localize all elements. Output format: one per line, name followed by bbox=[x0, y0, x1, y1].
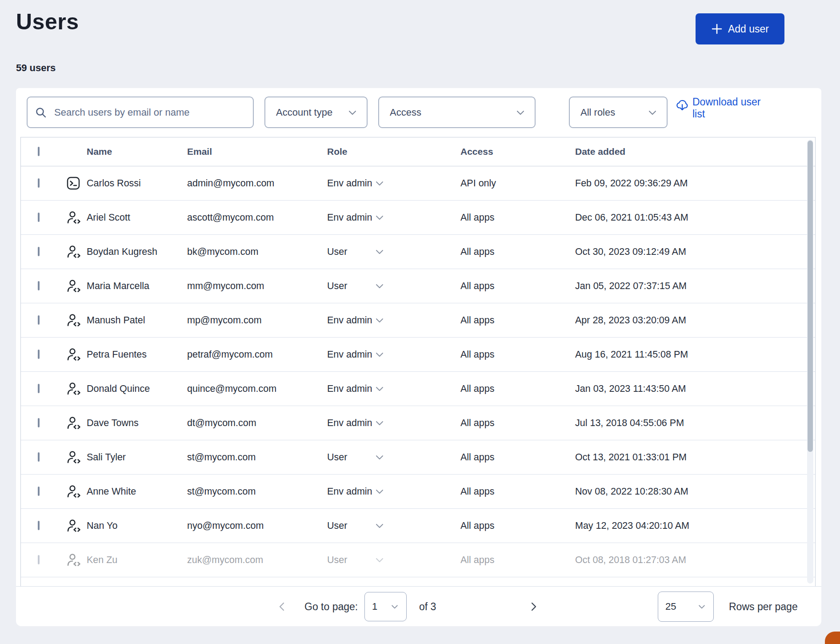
user-email: ascott@mycom.com bbox=[187, 212, 274, 223]
row-checkbox[interactable] bbox=[38, 453, 40, 461]
role-dropdown[interactable]: Env admin bbox=[327, 349, 372, 360]
chevron-down-icon[interactable] bbox=[374, 315, 385, 326]
roles-dropdown[interactable]: All roles bbox=[569, 97, 668, 128]
row-checkbox[interactable] bbox=[38, 213, 40, 221]
row-checkbox[interactable] bbox=[38, 248, 40, 256]
role-dropdown[interactable]: Env admin bbox=[327, 418, 372, 429]
rows-per-page-value: 25 bbox=[665, 601, 676, 612]
chevron-down-icon[interactable] bbox=[374, 520, 385, 531]
download-label: Download user list bbox=[692, 96, 772, 120]
chevron-down-icon[interactable] bbox=[374, 555, 385, 565]
table-row: Petra Fuentes petraf@mycom.com Env admin… bbox=[21, 338, 815, 372]
row-checkbox[interactable] bbox=[38, 316, 40, 324]
role-dropdown[interactable]: Env admin bbox=[327, 383, 372, 394]
user-date-added: Oct 30, 2023 09:12:49 AM bbox=[575, 246, 686, 258]
role-dropdown[interactable]: User bbox=[327, 555, 347, 566]
role-dropdown[interactable]: Env admin bbox=[327, 178, 372, 189]
add-user-button[interactable]: Add user bbox=[696, 13, 784, 44]
select-all-checkbox[interactable] bbox=[38, 148, 40, 156]
chevron-down-icon[interactable] bbox=[374, 418, 385, 428]
next-page-button[interactable] bbox=[527, 600, 540, 613]
row-checkbox[interactable] bbox=[38, 556, 40, 564]
role-dropdown[interactable]: Env admin bbox=[327, 486, 372, 497]
chevron-down-icon[interactable] bbox=[374, 452, 385, 463]
role-dropdown[interactable]: Env admin bbox=[327, 212, 372, 223]
user-email: zuk@mycom.com bbox=[187, 555, 263, 566]
pagination-bar: Go to page: 1 of 3 25 Rows per page bbox=[16, 586, 821, 626]
user-access: All apps bbox=[460, 349, 495, 360]
user-name: Donald Quince bbox=[87, 383, 150, 394]
access-dropdown[interactable]: Access bbox=[378, 97, 536, 128]
terminal-icon bbox=[66, 176, 80, 190]
user-name: Carlos Rossi bbox=[87, 178, 141, 189]
chevron-down-icon[interactable] bbox=[374, 383, 385, 394]
user-date-added: Oct 08, 2018 01:27:03 AM bbox=[575, 555, 686, 566]
row-checkbox[interactable] bbox=[38, 419, 40, 427]
user-name: Nan Yo bbox=[87, 520, 117, 531]
chevron-down-icon[interactable] bbox=[374, 212, 385, 223]
user-access: All apps bbox=[460, 246, 495, 258]
user-name: Anne White bbox=[87, 486, 136, 497]
row-checkbox[interactable] bbox=[38, 179, 40, 187]
user-code-icon bbox=[66, 484, 81, 499]
table-row: Maria Marcella mm@mycom.com User All app… bbox=[21, 269, 815, 303]
table-row: Carlos Rossi admin@mycom.com Env admin A… bbox=[21, 166, 815, 201]
user-access: All apps bbox=[460, 520, 495, 531]
user-date-added: Jan 05, 2022 07:37:15 AM bbox=[575, 281, 687, 292]
row-checkbox[interactable] bbox=[38, 385, 40, 393]
download-user-list-link[interactable]: Download user list bbox=[676, 96, 809, 120]
user-email: st@mycom.com bbox=[187, 486, 256, 497]
role-dropdown[interactable]: User bbox=[327, 246, 347, 258]
table-body: Carlos Rossi admin@mycom.com Env admin A… bbox=[21, 166, 815, 577]
account-type-label: Account type bbox=[276, 107, 332, 118]
users-table: Name Email Role Access Date added bbox=[20, 137, 816, 586]
user-date-added: Apr 28, 2023 03:20:09 AM bbox=[575, 315, 686, 326]
user-code-icon bbox=[66, 382, 81, 396]
previous-page-button[interactable] bbox=[276, 600, 288, 613]
column-header-email: Email bbox=[187, 146, 212, 157]
search-input[interactable] bbox=[53, 106, 246, 119]
user-email: quince@mycom.com bbox=[187, 383, 276, 394]
user-access: All apps bbox=[460, 212, 495, 223]
user-date-added: Aug 16, 2021 11:45:08 PM bbox=[575, 349, 688, 360]
chevron-down-icon[interactable] bbox=[374, 486, 385, 497]
chevron-down-icon[interactable] bbox=[374, 349, 385, 360]
chevron-down-icon bbox=[390, 602, 399, 611]
role-dropdown[interactable]: User bbox=[327, 520, 347, 531]
user-name: Boydan Kugresh bbox=[87, 246, 157, 258]
user-code-icon bbox=[66, 553, 81, 567]
role-dropdown[interactable]: Env admin bbox=[327, 315, 372, 326]
row-checkbox[interactable] bbox=[38, 487, 40, 495]
chevron-down-icon bbox=[515, 107, 526, 118]
account-type-dropdown[interactable]: Account type bbox=[264, 97, 368, 128]
table-row: Manush Patel mp@mycom.com Env admin All … bbox=[21, 303, 815, 338]
user-access: API only bbox=[460, 178, 496, 189]
role-dropdown[interactable]: User bbox=[327, 281, 347, 292]
page-select[interactable]: 1 bbox=[364, 592, 407, 621]
user-access: All apps bbox=[460, 418, 495, 429]
user-access: All apps bbox=[460, 315, 495, 326]
chevron-down-icon[interactable] bbox=[374, 281, 385, 291]
table-row: Ariel Scott ascott@mycom.com Env admin A… bbox=[21, 201, 815, 235]
user-code-icon bbox=[66, 210, 81, 225]
user-email: nyo@mycom.com bbox=[187, 520, 264, 531]
table-row: Dave Towns dt@mycom.com Env admin All ap… bbox=[21, 406, 815, 440]
row-checkbox[interactable] bbox=[38, 350, 40, 358]
row-checkbox[interactable] bbox=[38, 282, 40, 290]
user-date-added: May 12, 2023 04:20:10 AM bbox=[575, 520, 689, 531]
user-email: bk@mycom.com bbox=[187, 246, 258, 258]
users-card: Account type Access All roles Download u… bbox=[16, 88, 821, 626]
plus-icon bbox=[711, 23, 723, 35]
chevron-down-icon[interactable] bbox=[374, 246, 385, 257]
user-date-added: Nov 08, 2022 10:28:30 AM bbox=[575, 486, 688, 497]
user-date-added: Dec 06, 2021 01:05:43 AM bbox=[575, 212, 688, 223]
role-dropdown[interactable]: User bbox=[327, 452, 347, 463]
chevron-down-icon[interactable] bbox=[374, 178, 385, 189]
corner-decoration bbox=[825, 632, 840, 644]
user-date-added: Feb 09, 2022 09:36:29 AM bbox=[575, 178, 688, 189]
table-scrollbar bbox=[807, 140, 813, 584]
table-row: Nan Yo nyo@mycom.com User All apps May 1… bbox=[21, 509, 815, 543]
row-checkbox[interactable] bbox=[38, 522, 40, 530]
scrollbar-thumb[interactable] bbox=[808, 141, 813, 452]
rows-per-page-select[interactable]: 25 bbox=[658, 592, 714, 622]
